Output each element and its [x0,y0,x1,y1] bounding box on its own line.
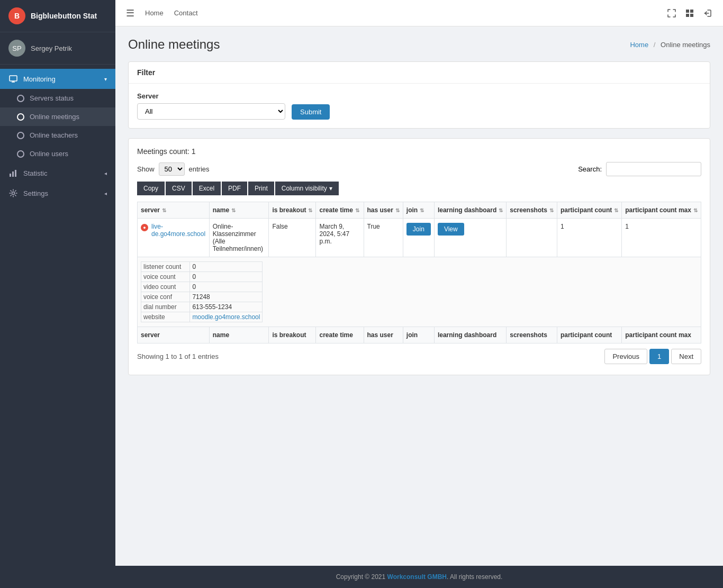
detail-label-voice: voice count [141,272,190,282]
filter-card: Filter Server All Submit [128,61,710,129]
svg-rect-7 [686,10,689,13]
search-label: Search: [578,165,602,173]
print-button[interactable]: Print [248,182,274,195]
logout-icon[interactable] [703,8,712,18]
sort-icon[interactable]: ⇅ [355,207,359,213]
th-bot-is-breakout: is breakout [269,327,316,343]
sidebar-item-label-online-teachers: Online teachers [30,131,78,139]
website-link[interactable]: moodle.go4more.school [192,313,260,321]
th-bot-server: server [138,327,210,343]
export-buttons: Copy CSV Excel PDF Print Column visibili… [137,182,701,195]
sidebar-item-online-meetings[interactable]: Online meetings [0,107,115,126]
avatar: SP [8,40,25,57]
column-visibility-button[interactable]: Column visibility ▾ [275,182,339,195]
cell-has-user: True [364,219,403,257]
excel-button[interactable]: Excel [193,182,221,195]
topbar-right [667,8,712,18]
page-1-button[interactable]: 1 [649,349,669,364]
join-button[interactable]: Join [406,223,431,236]
detail-value-voice: 0 [190,272,263,282]
breadcrumb-home-link[interactable]: Home [630,41,648,49]
sidebar-logo: B Bigbluebutton Stat [0,0,115,32]
pagination-info: Showing 1 to 1 of 1 entries [137,352,219,360]
topbar-contact-link[interactable]: Contact [174,9,198,17]
filter-card-header: Filter [129,62,710,84]
fullscreen-icon[interactable] [667,8,676,18]
sort-icon[interactable]: ⇅ [499,207,503,213]
th-server: server⇅ [138,202,210,219]
th-name: name⇅ [209,202,269,219]
sidebar-item-settings[interactable]: Settings ◂ [0,183,115,203]
grid-icon[interactable] [685,8,694,18]
footer-company: Workconsult GMBH [387,573,447,581]
sidebar-item-servers-status[interactable]: Servers status [0,89,115,107]
server-filter-label: Server [137,92,701,100]
cell-participant-count-max: 1 [622,219,701,257]
sort-icon[interactable]: ⇅ [614,207,618,213]
detail-label-listener: listener count [141,262,190,272]
filter-row: All Submit [137,103,701,120]
cell-learning-dashboard: View [434,219,506,257]
cell-is-breakout: False [269,219,316,257]
sort-icon[interactable]: ⇅ [231,207,236,213]
sort-icon[interactable]: ⇅ [308,207,312,213]
cell-server: ● live-de.go4more.school [138,219,210,257]
sort-icon[interactable]: ⇅ [162,207,166,213]
app-logo-text: Bigbluebutton Stat [31,12,97,20]
sort-icon[interactable]: ⇅ [420,207,424,213]
svg-rect-5 [15,170,16,177]
entries-select[interactable]: 50 [159,162,185,176]
th-bot-screenshots: screenshots [507,327,557,343]
sidebar-item-label-online-meetings: Online meetings [30,113,79,121]
dropdown-arrow-icon: ▾ [329,185,332,192]
detail-label-dial: dial number [141,302,190,312]
detail-value-website: moodle.go4more.school [190,312,263,322]
sort-icon[interactable]: ⇅ [693,207,698,213]
th-bot-learning-dashboard: learning dashboard [434,327,506,343]
topbar-home-link[interactable]: Home [145,9,164,17]
detail-value-listener: 0 [190,262,263,272]
svg-rect-4 [12,171,14,177]
chevron-left-icon-settings: ◂ [104,191,107,196]
copy-button[interactable]: Copy [137,182,165,195]
th-screenshots: screenshots⇅ [507,202,557,219]
detail-item-video: video count 0 [141,282,263,292]
sort-icon[interactable]: ⇅ [395,207,400,213]
previous-button[interactable]: Previous [604,349,647,364]
filter-card-body: Server All Submit [129,84,710,128]
th-bot-participant-count-max: participant count max [622,327,701,343]
meetings-count: Meetings count: 1 [137,147,701,156]
csv-button[interactable]: CSV [166,182,192,195]
circle-icon [17,113,24,121]
sidebar-item-online-users[interactable]: Online users [0,144,115,163]
sidebar-item-label-statistic: Statistic [23,169,48,177]
username-label: Sergey Petrik [31,44,72,52]
view-button[interactable]: View [438,223,464,236]
sort-icon[interactable]: ⇅ [549,207,554,213]
th-bot-has-user: has user [364,327,403,343]
sidebar-item-statistic[interactable]: Statistic ◂ [0,163,115,183]
svg-rect-10 [690,14,693,17]
table-detail-row: listener count 0 voice count 0 [138,257,701,327]
detail-item-website: website moodle.go4more.school [141,312,263,322]
sidebar-item-online-teachers[interactable]: Online teachers [0,126,115,144]
th-join: join⇅ [403,202,434,219]
table-card-body: Meetings count: 1 Show 50 entries Search… [129,139,710,375]
sidebar-item-label-online-users: Online users [30,150,68,158]
detail-item-listener: listener count 0 [141,262,263,272]
detail-label-video: video count [141,282,190,292]
table-row: ● live-de.go4more.school Online-Klassenz… [138,219,701,257]
sidebar-item-monitoring[interactable]: Monitoring ▾ [0,69,115,89]
hamburger-icon[interactable]: ☰ [126,7,134,19]
search-input[interactable] [606,162,701,176]
pdf-button[interactable]: PDF [222,182,247,195]
next-button[interactable]: Next [671,349,701,364]
detail-item-dial: dial number 613-555-1234 [141,302,263,312]
server-select[interactable]: All [137,103,285,120]
table-controls: Show 50 entries Search: [137,162,701,176]
th-bot-participant-count: participant count [557,327,621,343]
submit-button[interactable]: Submit [292,104,330,120]
th-bot-create-time: create time [316,327,364,343]
server-link[interactable]: live-de.go4more.school [151,223,206,238]
sidebar-nav: Monitoring ▾ Servers status Online meeti… [0,65,115,588]
